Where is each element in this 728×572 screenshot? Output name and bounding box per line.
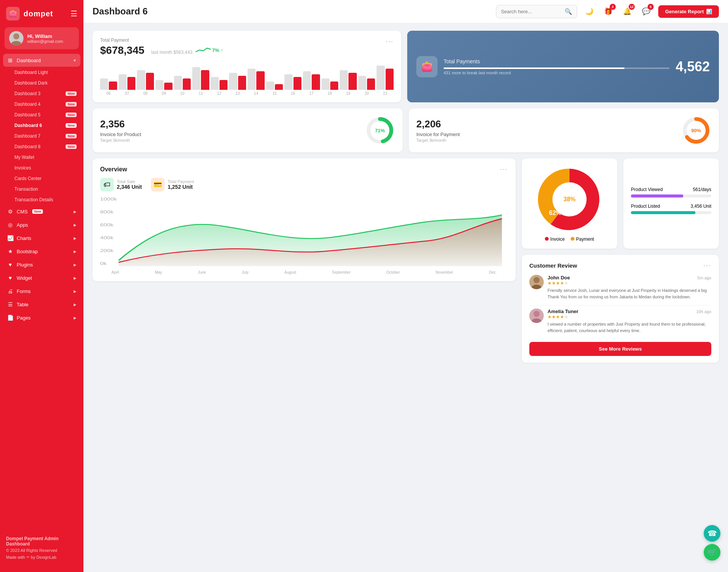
bar-chart-icon: 📊 [706,9,712,14]
bar-red [220,80,228,90]
bar-red [164,83,172,90]
nav-sub-item-dashboard6[interactable]: Dashboard 6 New [11,120,80,131]
inv-payment-target: Target 3k/month [416,138,460,143]
sidebar-header: 👛 dompet ☰ [0,0,83,27]
search-icon: 🔍 [565,8,572,15]
bar-red [386,69,394,90]
nav-item-widget[interactable]: ♥ Widget ▶ [3,271,80,284]
inv-payment-number: 2,206 [416,118,460,130]
overview-more-button[interactable]: ··· [500,165,508,173]
right-column: 38% 62% Invoice Payment Pr [522,158,719,363]
overview-card: Overview ··· 🏷 Total Sale 2,346 Unit 💳 [93,158,516,281]
nav-item-apps[interactable]: ◎ Apps ▶ [3,218,80,231]
nav-item-table[interactable]: ☰ Table ▶ [3,298,80,311]
inv-product-pct: 71% [375,128,385,133]
bar-gray [119,74,127,90]
pie-legend: Invoice Payment [545,237,594,242]
svg-point-1 [11,41,21,45]
bar-gray [137,70,145,90]
nav-section: ⊞ Dashboard ▼ Dashboard Light Dashboard … [0,54,83,324]
payment-legend-dot [571,237,574,241]
nav-item-forms[interactable]: 🖨 Forms ▶ [3,285,80,298]
nav-sub-item-dashboard3[interactable]: Dashboard 3 New [11,88,80,99]
search-box[interactable]: 🔍 [496,5,577,18]
nav-sub-item-dashboard5[interactable]: Dashboard 5 New [11,110,80,120]
nav-sub-menu: Dashboard Light Dashboard Dark Dashboard… [3,67,80,205]
search-input[interactable] [501,9,562,14]
user-email: william@gmail.com [27,39,63,44]
svg-point-14 [533,277,540,283]
nav-sub-item-cards-center[interactable]: Cards Center [11,173,80,184]
nav-sub-item-dashboard-light[interactable]: Dashboard Light [11,67,80,78]
nav-item-cms[interactable]: ⚙ CMS New ▶ [3,205,80,218]
theme-toggle-button[interactable]: 🌙 [582,5,596,18]
chat-button[interactable]: 💬 5 [639,5,653,18]
footer-made: Made with ❤ by DexignLab [6,555,77,560]
bar-gray [155,80,163,90]
nav-item-dashboard[interactable]: ⊞ Dashboard ▼ [3,54,80,67]
bar-red [293,77,301,90]
chat-badge: 5 [648,4,654,10]
bar-gray [192,67,200,90]
review-avatar-2 [529,309,544,323]
product-listed-bar [631,211,695,214]
see-more-reviews-button[interactable]: See More Reviews [529,342,711,356]
logo-icon: 👛 [6,7,20,20]
bar-red [330,81,338,90]
bar-red [109,81,117,90]
charts-icon: 📈 [7,235,14,241]
bar-gray [358,76,366,90]
nav-sub-item-invoices[interactable]: Invoices [11,163,80,173]
tp-trend: 7% ↑ [196,46,223,54]
tp-more-button[interactable]: ··· [386,38,394,45]
bar-group [340,70,357,90]
user-profile: Hi, William william@gmail.com [5,27,79,49]
cart-float-button[interactable]: 🛒 [704,544,720,561]
review-more-button[interactable]: ··· [703,262,711,270]
hamburger-button[interactable]: ☰ [71,9,77,18]
bar-group [377,66,394,90]
review-item-2: Amelia Tuner 10h ago ★★★★★ I viewed a nu… [529,309,711,334]
cms-icon: ⚙ [7,208,14,215]
bar-gray [340,70,348,90]
bar-group [100,78,117,90]
review-time-1: 5m ago [697,276,711,280]
nav-sub-item-dashboard8[interactable]: Dashboard 8 New [11,141,80,152]
nav-item-bootstrap[interactable]: ★ Bootstrap ▶ [3,245,80,258]
main-area: Dashboard 6 🔍 🌙 🎁 2 🔔 12 💬 5 Gen [83,0,728,572]
footer-copy: © 2023 All Rights Reserved [6,548,77,553]
nav-sub-item-dashboard-dark[interactable]: Dashboard Dark [11,78,80,88]
user-name: Hi, William [27,33,63,39]
bar-group [119,74,136,90]
review-text-1: Friendly service Josh, Lunar and everyon… [548,287,711,300]
svg-point-0 [13,33,19,39]
plugins-icon: ♥ [7,262,14,268]
bootstrap-icon: ★ [7,248,14,254]
invoice-legend-dot [545,237,549,241]
bar-gray [284,74,292,90]
nav-sub-item-dashboard4[interactable]: Dashboard 4 New [11,99,80,110]
bell-button[interactable]: 🔔 12 [620,5,634,18]
apps-icon: ◎ [7,222,14,228]
nav-sub-item-mywallet[interactable]: My Wallet [11,152,80,163]
table-icon: ☰ [7,301,14,307]
nav-sub-item-transaction[interactable]: Transaction [11,184,80,194]
bar-red [367,78,375,90]
nav-item-plugins[interactable]: ♥ Plugins ▶ [3,258,80,271]
gift-button[interactable]: 🎁 2 [601,5,615,18]
tp-amount: $678,345 [100,44,144,56]
review-time-2: 10h ago [696,309,711,314]
nav-item-charts[interactable]: 📈 Charts ▶ [3,232,80,244]
generate-report-button[interactable]: Generate Report 📊 [658,5,719,18]
tp-header: Total Payment $678,345 last month $563,4… [100,38,394,56]
bar-group [303,71,320,90]
pie-payment-pct: 38% [563,196,576,203]
invoice-payment-donut: 90% [681,115,711,146]
nav-item-pages[interactable]: 📄 Pages ▶ [3,311,80,324]
nav-sub-item-transaction-details[interactable]: Transaction Details [11,194,80,205]
tpb-label: Total Payments [444,58,670,64]
invoice-payment-card: 2,206 Invoice for Payment Target 3k/mont… [409,108,719,152]
support-float-button[interactable]: ☎ [704,525,720,542]
nav-sub-item-dashboard7[interactable]: Dashboard 7 New [11,131,80,141]
bar-group [229,73,246,90]
